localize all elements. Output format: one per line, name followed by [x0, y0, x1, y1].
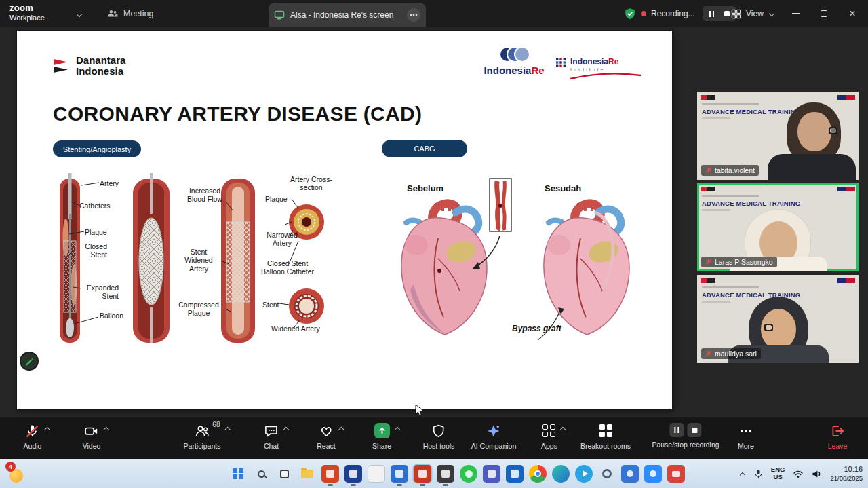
more-button[interactable]: More	[738, 423, 754, 450]
taskbar-app-icons	[229, 465, 685, 483]
label-compressed-plaque: Compressed Plaque	[172, 301, 226, 318]
zoom-app-icon[interactable]	[644, 465, 662, 483]
app-icon-active[interactable]	[414, 465, 431, 483]
label-increased-blood-flow: Increased Blood Flow	[183, 187, 226, 204]
label-widened-artery: Widened Artery	[271, 324, 320, 333]
chat-options-chevron[interactable]	[283, 425, 290, 432]
participant-tile-maulidya[interactable]: ADVANCE MEDICAL TRAINING maulidya sari	[697, 275, 859, 363]
react-options-chevron[interactable]	[338, 425, 344, 432]
apps-grid-icon	[543, 424, 556, 437]
institute-dots-icon	[556, 58, 566, 67]
pause-stop-recording-group: Pause/stop recording	[652, 423, 719, 449]
stop-recording-button[interactable]	[687, 423, 701, 437]
file-explorer-icon[interactable]	[298, 465, 316, 483]
video-label: Video	[83, 442, 101, 450]
video-options-chevron[interactable]	[103, 425, 110, 432]
photos-icon[interactable]	[621, 465, 639, 483]
security-shield-icon[interactable]	[624, 7, 636, 20]
ai-companion-button[interactable]: AI Companion	[471, 423, 517, 450]
view-chevron-icon	[768, 10, 775, 17]
ai-companion-label: AI Companion	[471, 442, 517, 450]
tab-meeting[interactable]: Meeting	[107, 0, 153, 27]
participant-tile-laras-active-speaker[interactable]: ADVANCE MEDICAL TRAINING Laras P Sasongk…	[697, 183, 859, 271]
workspace-chevron-icon[interactable]	[76, 11, 83, 18]
label-stent: Stent	[262, 301, 279, 309]
chat-button[interactable]: Chat	[264, 423, 279, 450]
bg-logo-left	[701, 187, 715, 191]
mouse-cursor	[415, 405, 426, 417]
layout-grid-icon	[731, 9, 741, 19]
participant-name-tag: tabita.violent	[701, 165, 759, 176]
pause-recording-button[interactable]	[707, 8, 717, 19]
host-tools-button[interactable]: Host tools	[423, 423, 455, 450]
apps-options-chevron[interactable]	[560, 425, 567, 432]
app-icon-red[interactable]	[321, 465, 339, 483]
share-options-chevron[interactable]	[394, 425, 401, 432]
taskbar-clock[interactable]: 10:16 21/08/2025	[830, 465, 863, 483]
mail-icon[interactable]	[667, 465, 685, 483]
participant-name: Laras P Sasongko	[715, 258, 773, 266]
search-icon[interactable]	[252, 465, 270, 483]
pencil-icon	[24, 356, 34, 366]
participant-name-tag: Laras P Sasongko	[701, 257, 777, 267]
camera-icon	[84, 424, 99, 438]
tray-mic-icon[interactable]	[754, 469, 763, 479]
danantara-logo: Danantara Indonesia	[52, 55, 125, 77]
bg-text-line	[702, 195, 759, 197]
video-button[interactable]: Video	[83, 423, 101, 450]
zoom-logo: zoom Workplace	[9, 3, 45, 22]
bg-logo-right	[837, 278, 855, 283]
participant-tile-tabita[interactable]: ADVANCE MEDICAL TRAINING tabita.violent	[697, 92, 859, 180]
start-icon[interactable]	[229, 465, 247, 483]
app-icon-dark[interactable]	[437, 465, 454, 483]
apps-button[interactable]: Apps	[541, 423, 557, 450]
leave-button[interactable]: Leave	[828, 423, 848, 450]
host-tools-label: Host tools	[423, 442, 455, 450]
react-button[interactable]: React	[317, 423, 335, 450]
pause-recording-button[interactable]	[669, 423, 684, 437]
outlook-icon[interactable]	[506, 465, 524, 483]
maximize-button[interactable]	[810, 0, 838, 27]
cabg-diagram	[383, 174, 668, 371]
screen-tab-more-icon[interactable]	[407, 8, 420, 22]
label-narrowed-artery: Narrowed Artery	[261, 231, 303, 248]
share-button[interactable]: Share	[372, 423, 391, 450]
label-stent-widened-artery: Stent Widened Artery	[180, 248, 218, 273]
wifi-icon[interactable]	[793, 470, 804, 478]
recording-indicator: Recording...	[624, 0, 736, 27]
view-button[interactable]: View	[731, 0, 775, 27]
edge-icon[interactable]	[552, 465, 570, 483]
chat-label: Chat	[264, 442, 279, 450]
language-indicator[interactable]: ENG US	[771, 466, 785, 481]
app-icon-white[interactable]	[368, 465, 385, 483]
taskbar-date: 21/08/2025	[830, 474, 863, 483]
teams-icon[interactable]	[483, 465, 500, 483]
label-balloon: Balloon	[100, 312, 123, 320]
task-view-icon[interactable]	[275, 465, 293, 483]
app-icon-navy[interactable]	[344, 465, 362, 483]
breakout-rooms-button[interactable]: Breakout rooms	[580, 423, 631, 450]
bg-logo-right	[837, 187, 855, 191]
minimize-button[interactable]	[781, 0, 810, 27]
audio-options-chevron[interactable]	[44, 425, 51, 432]
danantara-logo-icon	[52, 58, 70, 74]
zoom-titlebar: zoom Workplace Meeting Alsa - Indonesia …	[0, 0, 868, 27]
bg-text-line	[702, 301, 730, 303]
volume-icon[interactable]	[812, 470, 822, 478]
close-button[interactable]: ×	[838, 0, 867, 27]
whatsapp-icon[interactable]	[460, 465, 477, 483]
app-icon-blue[interactable]	[391, 465, 408, 483]
tab-screen-share[interactable]: Alsa - Indonesia Re's screen	[269, 3, 426, 27]
participants-options-chevron[interactable]	[224, 425, 231, 432]
participant-strip: ADVANCE MEDICAL TRAINING tabita.violent …	[697, 92, 859, 367]
cabg-button: CABG	[382, 140, 467, 157]
chrome-icon[interactable]	[529, 465, 547, 483]
notification-badge[interactable]: 4	[5, 462, 16, 472]
institute-re-text: Re	[608, 57, 618, 67]
participant-name-tag: maulidya sari	[701, 348, 761, 359]
participants-button[interactable]: 68 Participants	[184, 423, 221, 450]
settings-icon[interactable]	[598, 465, 616, 483]
hidden-icons-chevron[interactable]	[739, 470, 746, 477]
telegram-icon[interactable]	[575, 465, 593, 483]
audio-button[interactable]: Audio	[24, 423, 42, 450]
